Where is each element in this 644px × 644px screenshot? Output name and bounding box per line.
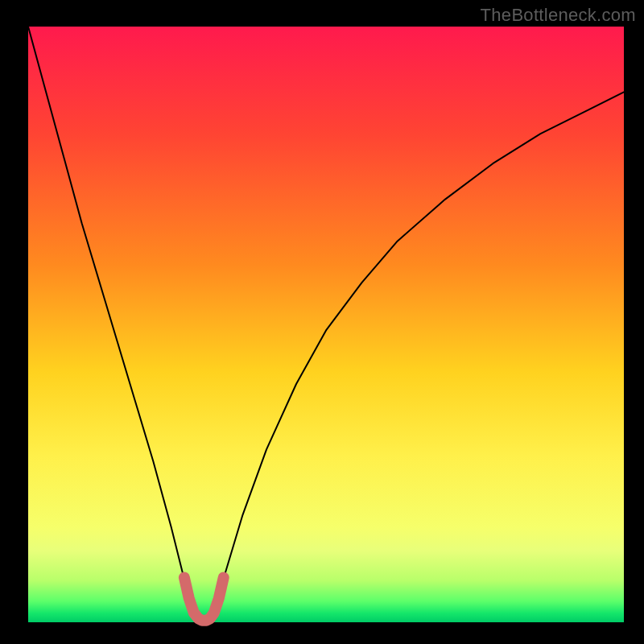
chart-stage: TheBottleneck.com	[0, 0, 644, 644]
watermark-text: TheBottleneck.com	[481, 5, 636, 26]
chart-svg	[0, 0, 644, 644]
plot-background	[28, 27, 624, 622]
